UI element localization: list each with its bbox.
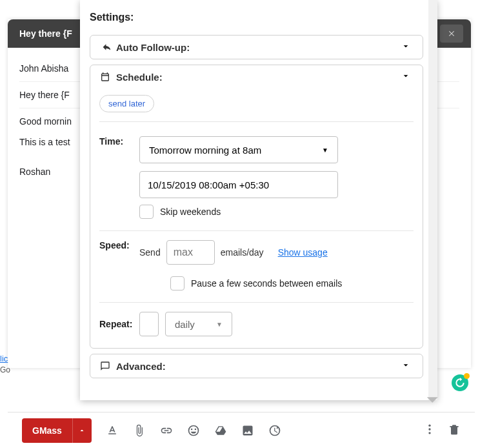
row-speed: Speed: Send emails/day Show usage Pause … (99, 230, 414, 302)
skip-weekends-checkbox[interactable] (139, 205, 154, 219)
settings-panel-inner: Settings: Auto Follow-up: Schedule: (80, 0, 437, 400)
gmass-button-label: GMass (22, 425, 72, 436)
row-repeat: Repeat: daily ▼ (99, 302, 414, 348)
settings-panel: Settings: Auto Follow-up: Schedule: (80, 0, 437, 400)
send-later-pill[interactable]: send later (99, 95, 154, 112)
compose-toolbar: GMass (8, 412, 475, 448)
text-format-icon[interactable] (106, 424, 119, 437)
delete-draft-button[interactable] (448, 423, 461, 438)
row-time: Time: Tomorrow morning at 8am ▼ Skip wee… (99, 121, 414, 230)
section-header-auto-followup[interactable]: Auto Follow-up: (90, 36, 423, 59)
reply-arrow-icon (99, 41, 111, 53)
repeat-frequency-value: daily (175, 319, 195, 330)
clipped-link[interactable]: lic (0, 354, 8, 363)
section-auto-followup: Auto Follow-up: (90, 35, 423, 59)
pause-checkbox[interactable] (170, 276, 185, 290)
formatting-tools (106, 424, 281, 437)
section-schedule: Schedule: send later Time: Tomorrow morn… (90, 65, 423, 349)
confidential-mode-icon[interactable] (268, 424, 281, 437)
max-emails-input[interactable] (166, 240, 215, 265)
chevron-up-icon (78, 427, 86, 434)
svg-point-1 (428, 428, 430, 430)
section-header-label: Advanced: (116, 361, 166, 372)
link-icon[interactable] (160, 424, 173, 437)
time-preset-select[interactable]: Tomorrow morning at 8am ▼ (139, 136, 338, 163)
repeat-count-input[interactable] (139, 312, 159, 336)
section-header-schedule[interactable]: Schedule: (90, 65, 423, 88)
send-text: Send (139, 247, 161, 258)
compose-title: Hey there {F (19, 28, 72, 39)
section-header-advanced[interactable]: Advanced: (90, 354, 423, 378)
section-header-label: Auto Follow-up: (116, 42, 190, 53)
svg-point-0 (428, 424, 430, 426)
calendar-icon (99, 71, 111, 83)
datetime-input[interactable] (139, 171, 338, 198)
chevron-down-icon (401, 360, 411, 372)
speed-label: Speed: (99, 240, 139, 250)
settings-title: Settings: (90, 6, 423, 35)
gmass-button[interactable]: GMass (22, 418, 92, 443)
time-preset-value: Tomorrow morning at 8am (149, 145, 261, 156)
time-label: Time: (99, 136, 139, 147)
drive-icon[interactable] (214, 424, 227, 437)
compose-close-button[interactable] (440, 25, 463, 43)
section-body-schedule: send later Time: Tomorrow morning at 8am… (90, 88, 423, 348)
svg-point-2 (428, 432, 430, 434)
dropdown-triangle-icon: ▼ (216, 321, 223, 328)
chevron-down-icon (401, 41, 411, 54)
image-icon[interactable] (241, 424, 254, 437)
grammarly-badge[interactable] (452, 374, 468, 391)
chevron-down-icon (401, 71, 411, 83)
more-options-button[interactable] (423, 423, 436, 438)
show-usage-link[interactable]: Show usage (278, 247, 328, 258)
gmass-dropdown-toggle[interactable] (72, 418, 92, 443)
skip-weekends-label: Skip weekends (160, 207, 221, 217)
per-day-text: emails/day (221, 247, 264, 258)
close-icon (447, 29, 456, 38)
clipped-text: Go (0, 365, 10, 374)
repeat-label: Repeat: (99, 319, 139, 329)
chat-icon (99, 360, 111, 372)
dropdown-triangle-icon: ▼ (322, 147, 328, 154)
section-header-label: Schedule: (116, 72, 163, 83)
section-advanced: Advanced: (90, 354, 423, 378)
pause-label: Pause a few seconds between emails (191, 278, 342, 289)
attach-icon[interactable] (133, 424, 146, 437)
repeat-frequency-select[interactable]: daily ▼ (165, 312, 232, 336)
emoji-icon[interactable] (187, 424, 200, 437)
